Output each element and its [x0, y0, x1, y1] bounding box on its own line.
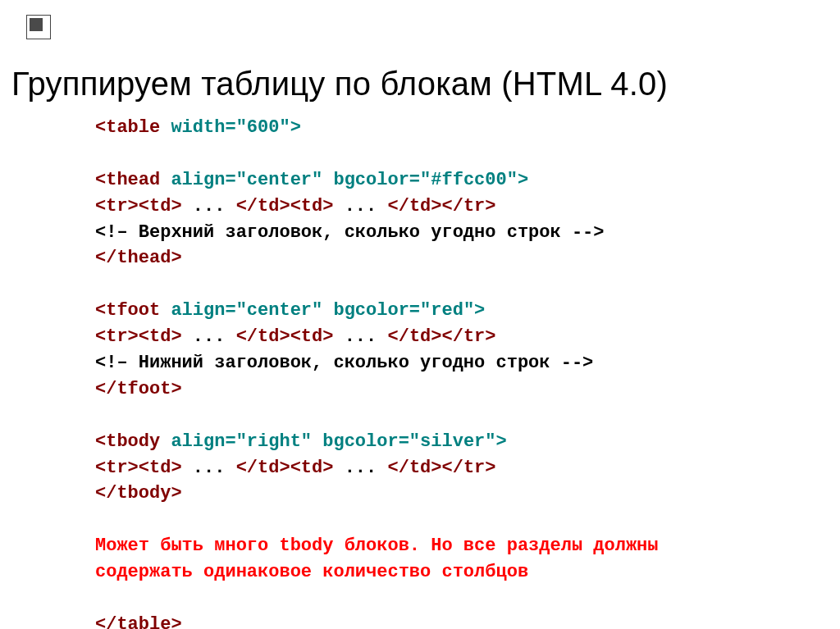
- code-attr: align="center" bgcolor="red">: [171, 300, 485, 321]
- code-attr: width="600">: [171, 117, 300, 138]
- code-text: ...: [182, 326, 236, 347]
- code-tag: </table>: [95, 614, 182, 629]
- code-tag: </td><td>: [236, 196, 334, 217]
- slide-title: Группируем таблицу по блокам (HTML 4.0): [11, 66, 668, 103]
- code-tag: </tbody>: [95, 483, 182, 504]
- code-note: Может быть много tbody блоков. Но все ра…: [95, 536, 659, 556]
- code-tag: </td></tr>: [387, 326, 495, 347]
- code-tag: </tfoot>: [95, 379, 182, 399]
- code-text: ...: [182, 196, 236, 217]
- code-comment: <!– Нижний заголовок, сколько угодно стр…: [95, 353, 593, 373]
- code-tag: </thead>: [95, 248, 182, 268]
- code-tag: <tr><td>: [95, 326, 182, 347]
- code-text: ...: [182, 458, 236, 478]
- code-comment: <!– Верхний заголовок, сколько угодно ст…: [95, 222, 605, 243]
- code-tag: <thead: [95, 170, 171, 190]
- code-text: ...: [333, 326, 387, 347]
- code-tag: </td><td>: [236, 326, 334, 347]
- code-block: <table width="600"> <thead align="center…: [95, 115, 659, 629]
- code-tag: <tr><td>: [95, 458, 182, 478]
- code-text: ...: [333, 196, 387, 217]
- code-attr: align="right" bgcolor="silver">: [171, 431, 506, 452]
- code-attr: align="center" bgcolor="#ffcc00">: [171, 170, 528, 190]
- code-tag: </td></tr>: [387, 458, 495, 478]
- code-tag: <tfoot: [95, 300, 171, 321]
- code-tag: <table: [95, 117, 171, 138]
- code-tag: <tbody: [95, 431, 171, 452]
- code-tag: </td></tr>: [387, 196, 495, 217]
- code-tag: <tr><td>: [95, 196, 182, 217]
- slide-bullet-icon: [26, 15, 52, 41]
- code-note: содержать одинаковое количество столбцов: [95, 562, 528, 582]
- code-tag: </td><td>: [236, 458, 334, 478]
- code-text: ...: [333, 458, 387, 478]
